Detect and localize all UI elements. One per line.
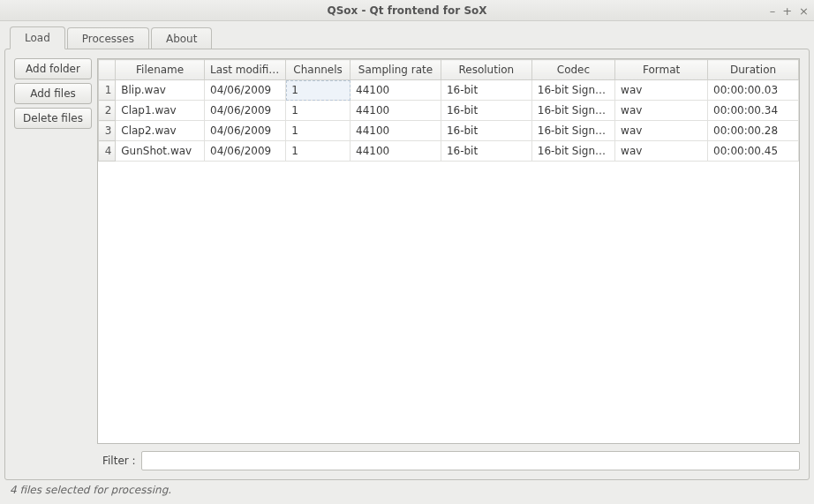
row-number: 4 — [99, 141, 116, 162]
cell-modified[interactable]: 04/06/2009 — [205, 121, 286, 141]
tab-strip: Load Processes About — [4, 26, 810, 49]
file-table-wrap: FilenameLast modifiedChannelsSampling ra… — [97, 58, 800, 444]
cell-duration[interactable]: 00:00:00.45 — [708, 141, 799, 162]
cell-res[interactable]: 16-bit — [441, 80, 531, 101]
tab-about-label: About — [166, 33, 197, 45]
cell-res[interactable]: 16-bit — [441, 121, 531, 141]
window-title: QSox - Qt frontend for SoX — [0, 4, 814, 17]
tab-about[interactable]: About — [151, 27, 212, 49]
col-header[interactable]: Codec — [531, 60, 614, 80]
maximize-icon[interactable]: + — [782, 4, 792, 18]
col-header[interactable]: Duration — [708, 60, 799, 80]
filter-label: Filter : — [102, 455, 136, 467]
row-number: 1 — [99, 80, 116, 101]
table-row[interactable]: 2Clap1.wav04/06/200914410016-bit16-bit S… — [99, 101, 799, 121]
cell-duration[interactable]: 00:00:00.34 — [708, 101, 799, 121]
tab-body: Add folder Add files Delete files Filena… — [14, 58, 800, 444]
cell-codec[interactable]: 16-bit Signed I... — [531, 121, 614, 141]
delete-files-button[interactable]: Delete files — [14, 108, 92, 129]
filter-row: Filter : — [14, 451, 800, 470]
cell-format[interactable]: wav — [615, 101, 708, 121]
row-number: 3 — [99, 121, 116, 141]
table-row[interactable]: 4GunShot.wav04/06/200914410016-bit16-bit… — [99, 141, 799, 162]
add-files-button[interactable]: Add files — [14, 83, 92, 104]
delete-files-label: Delete files — [23, 112, 83, 124]
status-bar: 4 files selected for processing. — [4, 480, 810, 500]
cell-codec[interactable]: 16-bit Signed I... — [531, 141, 614, 162]
cell-codec[interactable]: 16-bit Signed I... — [531, 80, 614, 101]
titlebar: QSox - Qt frontend for SoX – + × — [0, 0, 814, 21]
cell-res[interactable]: 16-bit — [441, 141, 531, 162]
cell-format[interactable]: wav — [615, 141, 708, 162]
tab-load[interactable]: Load — [10, 26, 65, 49]
col-header[interactable]: Resolution — [441, 60, 531, 80]
cell-filename[interactable]: Blip.wav — [116, 80, 205, 101]
cell-modified[interactable]: 04/06/2009 — [205, 141, 286, 162]
rownum-header — [99, 60, 116, 80]
tab-load-label: Load — [25, 32, 50, 44]
col-header[interactable]: Filename — [116, 60, 205, 80]
cell-codec[interactable]: 16-bit Signed I... — [531, 101, 614, 121]
cell-filename[interactable]: Clap2.wav — [116, 121, 205, 141]
minimize-icon[interactable]: – — [770, 4, 776, 18]
tab-page-load: Add folder Add files Delete files Filena… — [4, 49, 810, 480]
window-controls: – + × — [770, 0, 809, 21]
cell-rate[interactable]: 44100 — [350, 121, 441, 141]
col-header[interactable]: Sampling rate — [350, 60, 441, 80]
cell-channels[interactable]: 1 — [286, 80, 350, 101]
add-folder-label: Add folder — [26, 63, 80, 75]
cell-rate[interactable]: 44100 — [350, 80, 441, 101]
file-actions: Add folder Add files Delete files — [14, 58, 92, 444]
cell-channels[interactable]: 1 — [286, 141, 350, 162]
cell-res[interactable]: 16-bit — [441, 101, 531, 121]
cell-filename[interactable]: Clap1.wav — [116, 101, 205, 121]
cell-rate[interactable]: 44100 — [350, 141, 441, 162]
cell-modified[interactable]: 04/06/2009 — [205, 101, 286, 121]
table-row[interactable]: 1Blip.wav04/06/200914410016-bit16-bit Si… — [99, 80, 799, 101]
cell-channels[interactable]: 1 — [286, 121, 350, 141]
table-empty-area — [98, 162, 799, 443]
cell-format[interactable]: wav — [615, 121, 708, 141]
close-icon[interactable]: × — [799, 4, 809, 18]
tab-processes-label: Processes — [82, 33, 134, 45]
row-number: 2 — [99, 101, 116, 121]
filter-input[interactable] — [141, 451, 800, 470]
file-table[interactable]: FilenameLast modifiedChannelsSampling ra… — [98, 59, 799, 162]
col-header[interactable]: Channels — [286, 60, 350, 80]
cell-duration[interactable]: 00:00:00.03 — [708, 80, 799, 101]
col-header[interactable]: Last modified — [205, 60, 286, 80]
table-row[interactable]: 3Clap2.wav04/06/200914410016-bit16-bit S… — [99, 121, 799, 141]
table-header-row: FilenameLast modifiedChannelsSampling ra… — [99, 60, 799, 80]
cell-filename[interactable]: GunShot.wav — [116, 141, 205, 162]
main-panel: Load Processes About Add folder Add file… — [4, 26, 810, 500]
cell-rate[interactable]: 44100 — [350, 101, 441, 121]
tab-processes[interactable]: Processes — [67, 27, 149, 49]
cell-channels[interactable]: 1 — [286, 101, 350, 121]
add-files-label: Add files — [30, 87, 76, 100]
status-text: 4 files selected for processing. — [10, 484, 171, 496]
add-folder-button[interactable]: Add folder — [14, 58, 92, 79]
cell-format[interactable]: wav — [615, 80, 708, 101]
col-header[interactable]: Format — [615, 60, 708, 80]
cell-modified[interactable]: 04/06/2009 — [205, 80, 286, 101]
cell-duration[interactable]: 00:00:00.28 — [708, 121, 799, 141]
